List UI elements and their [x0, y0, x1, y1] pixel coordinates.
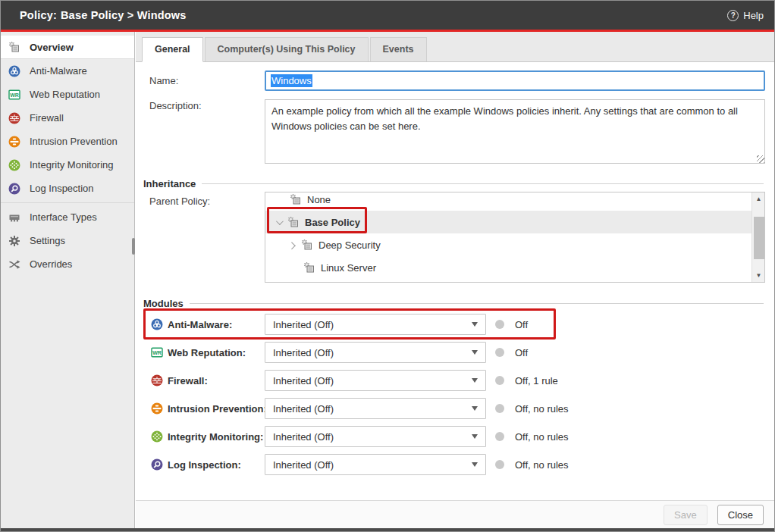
parent-policy-label: Parent Policy: [149, 196, 210, 207]
help-icon: ? [727, 10, 739, 21]
selected-text: Windows [271, 74, 312, 87]
log-inspection-icon [8, 183, 20, 195]
status-indicator-dot [495, 320, 504, 329]
dropdown-selected-value: Inherited (Off) [273, 347, 334, 358]
module-label: Firewall: [168, 375, 208, 386]
log-inspection-icon [151, 458, 163, 471]
sidebar-item-label: Intrusion Prevention [30, 136, 118, 147]
module-label: Web Reputation: [168, 347, 246, 358]
anti-malware-icon [8, 65, 20, 77]
textarea-resize-grip[interactable] [757, 155, 764, 163]
close-button[interactable]: Close [717, 505, 764, 525]
scroll-down-button[interactable]: ▼ [752, 269, 765, 282]
firewall-icon [151, 374, 163, 386]
tree-item-label: Linux Server [321, 262, 376, 274]
dropdown-selected-value: Inherited (Off) [273, 319, 334, 330]
policy-name-input[interactable]: Windows [265, 70, 765, 91]
inheritance-heading-label: Inheritance [143, 178, 196, 189]
firewall-icon [8, 112, 20, 124]
chevron-right-icon[interactable] [288, 242, 296, 249]
sidebar-item-log-inspection[interactable]: Log Inspection [1, 177, 134, 200]
sidebar-item-settings[interactable]: Settings [1, 229, 134, 252]
sidebar-item-integrity-monitoring[interactable]: Integrity Monitoring [1, 153, 134, 177]
module-status-text: Off [515, 311, 528, 337]
tree-item-label: None [307, 194, 331, 205]
modules-heading-label: Modules [143, 298, 184, 309]
sidebar-resize-handle[interactable] [132, 238, 135, 255]
dropdown-selected-value: Inherited (Off) [273, 431, 334, 443]
scroll-up-button[interactable]: ▲ [752, 192, 765, 205]
sidebar-item-overview[interactable]: Overview [1, 36, 134, 59]
tab-bar: General Computer(s) Using This Policy Ev… [136, 32, 774, 62]
window-bottom-edge [1, 528, 774, 531]
intrusion-prevention-icon [151, 402, 163, 415]
sidebar-divider [1, 202, 134, 203]
sidebar-item-firewall[interactable]: Firewall [1, 106, 134, 130]
sidebar-item-label: Interface Types [30, 211, 97, 223]
page-title: Policy:Base Policy > Windows [20, 9, 187, 21]
tab-general[interactable]: General [142, 37, 203, 62]
module-label: Integrity Monitoring: [168, 431, 263, 443]
tree-scrollbar: ▲ ▼ [751, 192, 764, 282]
chevron-down-icon[interactable] [276, 217, 284, 225]
tree-item-label: Base Policy [305, 217, 360, 228]
title-bar: Policy:Base Policy > Windows ? Help [1, 1, 774, 30]
policy-description-textarea[interactable]: An example policy from which all the exa… [265, 99, 765, 164]
name-label: Name: [149, 75, 178, 86]
sidebar-item-web-reputation[interactable]: Web Reputation [1, 83, 134, 106]
module-status-text: Off, no rules [515, 424, 569, 449]
anti-malware-state-dropdown[interactable]: Inherited (Off) [265, 314, 486, 335]
integrity-monitoring-icon [8, 159, 20, 171]
main-content: General Computer(s) Using This Policy Ev… [136, 32, 774, 528]
interface-types-icon [8, 211, 20, 224]
dropdown-arrow-icon [472, 406, 478, 411]
module-label: Log Inspection: [168, 459, 241, 471]
sidebar-item-anti-malware[interactable]: Anti-Malware [1, 59, 134, 83]
scrollbar-thumb[interactable] [754, 217, 764, 259]
policy-editor-window: Policy:Base Policy > Windows ? Help Over… [0, 0, 775, 532]
dropdown-selected-value: Inherited (Off) [273, 375, 334, 386]
tree-item-linux-server[interactable]: Linux Server [265, 256, 751, 279]
page-title-prefix: Policy: [20, 9, 57, 21]
dropdown-selected-value: Inherited (Off) [273, 403, 334, 415]
tree-item-base-policy[interactable]: Base Policy [265, 211, 751, 233]
tree-item-none[interactable]: None [265, 192, 751, 211]
sidebar-item-label: Anti-Malware [30, 65, 87, 77]
status-indicator-dot [495, 432, 504, 441]
log-inspection-state-dropdown[interactable]: Inherited (Off) [265, 454, 486, 475]
status-indicator-dot [495, 348, 504, 357]
module-status-text: Off, 1 rule [515, 368, 558, 393]
web-reputation-state-dropdown[interactable]: Inherited (Off) [265, 342, 486, 363]
tab-computers-using-this-policy[interactable]: Computer(s) Using This Policy [205, 37, 369, 61]
integrity-monitoring-icon [151, 430, 163, 443]
dropdown-arrow-icon [472, 462, 478, 467]
sidebar-item-intrusion-prevention[interactable]: Intrusion Prevention [1, 130, 134, 153]
firewall-state-dropdown[interactable]: Inherited (Off) [265, 370, 486, 391]
policy-icon [303, 261, 315, 274]
dropdown-arrow-icon [472, 350, 478, 355]
module-label: Anti-Malware: [168, 319, 232, 330]
sidebar-item-label: Settings [30, 235, 65, 246]
sidebar-item-interface-types[interactable]: Interface Types [1, 205, 134, 229]
intrusion-prevention-state-dropdown[interactable]: Inherited (Off) [265, 398, 486, 419]
module-row-integrity-monitoring: Integrity Monitoring: Inherited (Off) Of… [136, 424, 774, 449]
sidebar: Overview Anti-Malware Web Reputation Fir… [1, 32, 135, 528]
settings-icon [8, 235, 20, 247]
sidebar-item-label: Web Reputation [30, 89, 100, 100]
tree-item-deep-security[interactable]: Deep Security [265, 233, 751, 256]
module-status-text: Off [515, 340, 528, 365]
tab-events[interactable]: Events [370, 37, 427, 61]
module-status-text: Off, no rules [515, 452, 569, 477]
module-row-anti-malware: Anti-Malware: Inherited (Off) Off [136, 311, 774, 337]
anti-malware-icon [151, 318, 163, 330]
integrity-monitoring-state-dropdown[interactable]: Inherited (Off) [265, 426, 486, 447]
module-status-text: Off, no rules [515, 396, 569, 421]
help-button[interactable]: ? Help [727, 10, 764, 21]
dropdown-selected-value: Inherited (Off) [273, 459, 334, 471]
sidebar-item-label: Overrides [30, 258, 72, 270]
description-label: Description: [149, 100, 202, 111]
save-button[interactable]: Save [664, 505, 708, 525]
sidebar-item-overrides[interactable]: Overrides [1, 252, 134, 276]
module-row-log-inspection: Log Inspection: Inherited (Off) Off, no … [136, 452, 774, 477]
parent-policy-tree: None Base Policy Deep Security Linux Ser… [265, 192, 765, 283]
